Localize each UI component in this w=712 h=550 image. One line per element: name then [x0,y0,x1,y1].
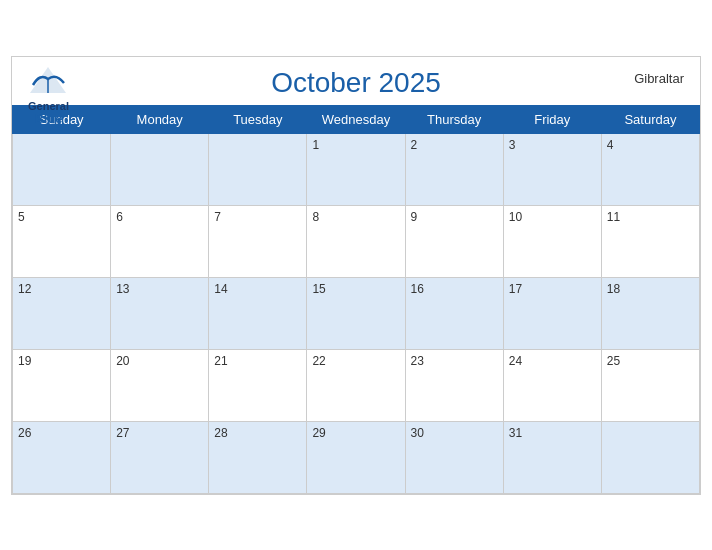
day-cell [111,133,209,205]
day-cell: 23 [405,349,503,421]
day-cell [601,421,699,493]
day-number: 15 [312,282,325,296]
day-number: 16 [411,282,424,296]
header-tuesday: Tuesday [209,105,307,133]
day-cell: 3 [503,133,601,205]
day-number: 25 [607,354,620,368]
day-cell: 1 [307,133,405,205]
day-number: 20 [116,354,129,368]
day-cell: 10 [503,205,601,277]
calendar-body: 1234567891011121314151617181920212223242… [13,133,700,493]
day-number: 9 [411,210,418,224]
day-number: 13 [116,282,129,296]
day-cell: 2 [405,133,503,205]
week-row-4: 262728293031 [13,421,700,493]
day-cell: 12 [13,277,111,349]
day-cell: 9 [405,205,503,277]
day-cell: 21 [209,349,307,421]
day-number: 14 [214,282,227,296]
header-thursday: Thursday [405,105,503,133]
country-label: Gibraltar [634,71,684,86]
day-cell: 11 [601,205,699,277]
header-saturday: Saturday [601,105,699,133]
day-cell: 28 [209,421,307,493]
logo-general-text: General [28,101,69,112]
day-cell: 5 [13,205,111,277]
day-number: 24 [509,354,522,368]
week-row-2: 12131415161718 [13,277,700,349]
day-cell: 15 [307,277,405,349]
day-cell: 29 [307,421,405,493]
day-number: 28 [214,426,227,440]
day-number: 7 [214,210,221,224]
day-number: 26 [18,426,31,440]
day-cell: 8 [307,205,405,277]
day-cell: 31 [503,421,601,493]
weekday-header-row: Sunday Monday Tuesday Wednesday Thursday… [13,105,700,133]
day-number: 4 [607,138,614,152]
calendar-header: General Blue October 2025 Gibraltar [12,57,700,105]
day-cell: 22 [307,349,405,421]
day-number: 12 [18,282,31,296]
day-cell: 25 [601,349,699,421]
day-number: 23 [411,354,424,368]
day-number: 3 [509,138,516,152]
day-number: 1 [312,138,319,152]
day-number: 19 [18,354,31,368]
day-cell: 27 [111,421,209,493]
day-cell [209,133,307,205]
logo-area: General Blue [28,65,69,125]
day-cell [13,133,111,205]
day-number: 8 [312,210,319,224]
day-number: 29 [312,426,325,440]
day-number: 17 [509,282,522,296]
day-number: 27 [116,426,129,440]
day-number: 6 [116,210,123,224]
day-number: 21 [214,354,227,368]
day-cell: 19 [13,349,111,421]
day-cell: 26 [13,421,111,493]
day-cell: 13 [111,277,209,349]
day-cell: 6 [111,205,209,277]
header-friday: Friday [503,105,601,133]
week-row-0: 1234 [13,133,700,205]
day-cell: 30 [405,421,503,493]
logo-icon [28,65,68,101]
day-cell: 18 [601,277,699,349]
day-cell: 14 [209,277,307,349]
day-number: 2 [411,138,418,152]
day-cell: 24 [503,349,601,421]
logo-blue-text: Blue [34,112,62,125]
day-cell: 20 [111,349,209,421]
day-cell: 7 [209,205,307,277]
day-number: 30 [411,426,424,440]
day-number: 11 [607,210,620,224]
day-number: 31 [509,426,522,440]
day-number: 10 [509,210,522,224]
header-wednesday: Wednesday [307,105,405,133]
day-cell: 17 [503,277,601,349]
day-number: 18 [607,282,620,296]
week-row-3: 19202122232425 [13,349,700,421]
day-cell: 16 [405,277,503,349]
calendar-title: October 2025 [271,67,441,99]
week-row-1: 567891011 [13,205,700,277]
day-number: 22 [312,354,325,368]
day-cell: 4 [601,133,699,205]
day-number: 5 [18,210,25,224]
header-monday: Monday [111,105,209,133]
calendar-container: General Blue October 2025 Gibraltar Sund… [11,56,701,495]
calendar-grid: Sunday Monday Tuesday Wednesday Thursday… [12,105,700,494]
